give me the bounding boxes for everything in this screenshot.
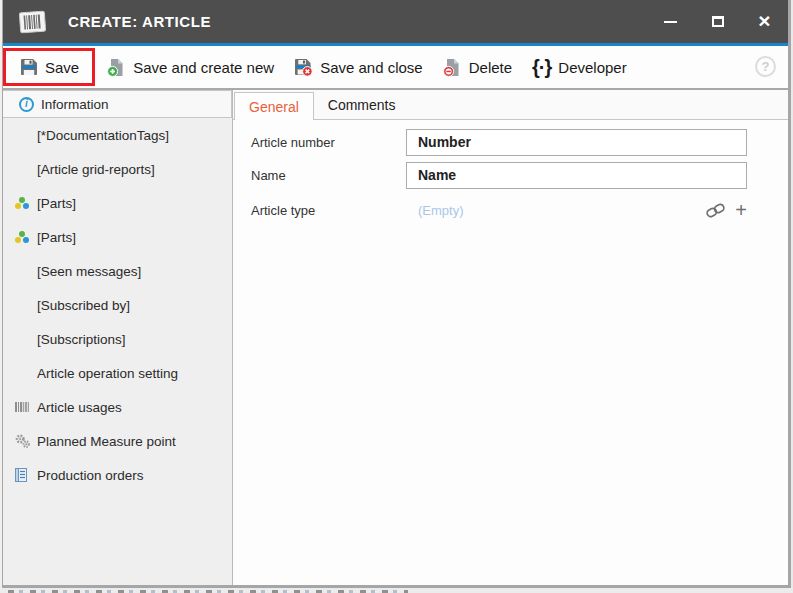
parts-icon <box>15 197 30 210</box>
title-bar: CREATE: ARTICLE × <box>3 0 788 43</box>
tab-label: General <box>249 99 299 115</box>
sidebar-item-label: [Subscribed by] <box>37 298 130 313</box>
sidebar-item-production-orders[interactable]: Production orders <box>3 458 232 492</box>
sidebar-item-label: Article operation setting <box>37 366 178 381</box>
parts-icon <box>15 231 30 244</box>
maximize-icon <box>712 16 724 27</box>
tab-bar: General Comments <box>233 90 788 119</box>
article-type-field[interactable]: (Empty) + <box>406 200 747 220</box>
sidebar-item-seen-messages[interactable]: [Seen messages] <box>3 254 232 288</box>
tab-comments[interactable]: Comments <box>314 91 410 119</box>
delete-label: Delete <box>469 59 512 76</box>
sidebar-item-label: [Subscriptions] <box>37 332 126 347</box>
window-controls: × <box>647 0 788 43</box>
window-title: CREATE: ARTICLE <box>68 13 211 30</box>
document-icon <box>15 468 27 482</box>
save-create-new-icon <box>107 58 126 77</box>
sidebar-item-label: [*DocumentationTags] <box>37 128 169 143</box>
sidebar-item-information[interactable]: i Information <box>3 90 232 118</box>
sidebar-item-label: [Seen messages] <box>37 264 141 279</box>
developer-button[interactable]: {·} Developer <box>522 51 637 83</box>
article-type-empty-value: (Empty) <box>418 203 464 218</box>
gears-icon <box>15 434 31 449</box>
main-area: i Information [*DocumentationTags] [Arti… <box>3 90 788 585</box>
link-icon[interactable] <box>705 203 726 218</box>
form-row-article-type: Article type (Empty) + <box>251 195 747 225</box>
sidebar-item-label: [Article grid-reports] <box>37 162 155 177</box>
save-and-close-button[interactable]: Save and close <box>284 51 433 83</box>
developer-label: Developer <box>558 59 626 76</box>
save-close-icon <box>294 58 313 77</box>
sidebar-item-planned-measure-point[interactable]: Planned Measure point <box>3 424 232 458</box>
save-icon <box>20 58 38 76</box>
info-icon: i <box>19 97 34 112</box>
close-icon: × <box>758 10 770 31</box>
toolbar: Save Save and create new Save and close <box>3 46 788 90</box>
form-row-name: Name <box>251 160 747 190</box>
add-icon[interactable]: + <box>735 200 747 220</box>
barcode-app-icon <box>18 10 46 34</box>
article-type-label: Article type <box>251 203 406 218</box>
save-button[interactable]: Save <box>10 51 89 83</box>
sidebar-item-label: Article usages <box>37 400 122 415</box>
background-window-sliver-bottom <box>0 588 793 593</box>
sidebar-item-label: [Parts] <box>37 196 76 211</box>
delete-button[interactable]: Delete <box>433 51 522 83</box>
sidebar-item-parts-1[interactable]: [Parts] <box>3 186 232 220</box>
maximize-button[interactable] <box>694 0 741 43</box>
sidebar-item-label: Production orders <box>37 468 144 483</box>
tab-general[interactable]: General <box>234 92 314 120</box>
sidebar: i Information [*DocumentationTags] [Arti… <box>3 90 233 585</box>
minimize-button[interactable] <box>647 0 694 43</box>
sidebar-item-label: [Parts] <box>37 230 76 245</box>
tab-label: Comments <box>328 97 396 113</box>
save-and-close-label: Save and close <box>320 59 423 76</box>
sidebar-item-article-usages[interactable]: Article usages <box>3 390 232 424</box>
article-type-actions: + <box>705 200 747 220</box>
article-number-input[interactable] <box>406 129 747 156</box>
delete-icon <box>443 58 462 77</box>
minimize-icon <box>664 21 677 23</box>
name-input[interactable] <box>406 162 747 189</box>
save-highlight-annotation: Save <box>3 48 95 86</box>
sidebar-item-label: Planned Measure point <box>37 434 176 449</box>
barcode-icon <box>15 401 30 413</box>
developer-icon: {·} <box>532 57 551 77</box>
sidebar-item-documentationtags[interactable]: [*DocumentationTags] <box>3 118 232 152</box>
sidebar-item-subscriptions[interactable]: [Subscriptions] <box>3 322 232 356</box>
sidebar-item-label: Information <box>41 97 109 112</box>
name-label: Name <box>251 168 406 183</box>
sidebar-item-parts-2[interactable]: [Parts] <box>3 220 232 254</box>
article-number-label: Article number <box>251 135 406 150</box>
help-icon[interactable]: ? <box>755 56 776 77</box>
create-article-dialog: CREATE: ARTICLE × Save <box>2 0 791 588</box>
general-tab-panel: Article number Name Article type (Empty) <box>233 119 788 585</box>
sidebar-item-subscribed-by[interactable]: [Subscribed by] <box>3 288 232 322</box>
close-button[interactable]: × <box>741 0 788 43</box>
sidebar-item-article-operation-setting[interactable]: Article operation setting <box>3 356 232 390</box>
form-row-article-number: Article number <box>251 127 747 157</box>
save-and-create-new-label: Save and create new <box>133 59 274 76</box>
sidebar-item-article-grid-reports[interactable]: [Article grid-reports] <box>3 152 232 186</box>
save-and-create-new-button[interactable]: Save and create new <box>97 51 284 83</box>
content-area: General Comments Article number Name Art… <box>233 90 788 585</box>
save-label: Save <box>45 59 79 76</box>
